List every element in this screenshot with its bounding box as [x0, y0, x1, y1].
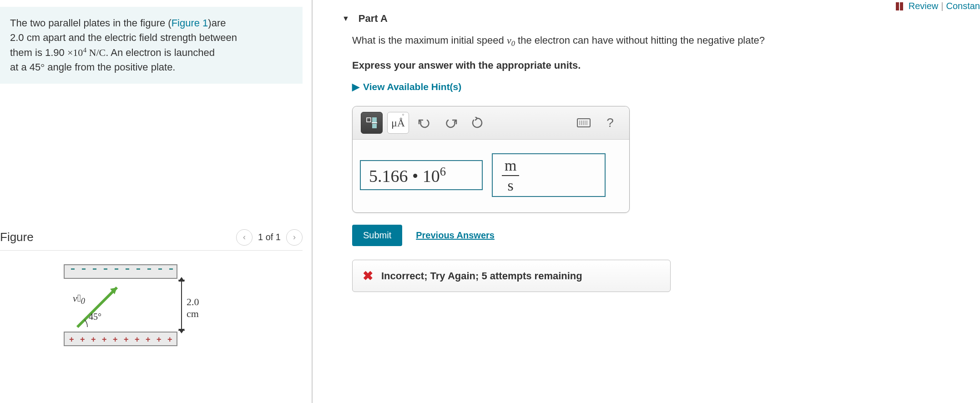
figure-next-button[interactable]: ›	[286, 229, 303, 246]
view-hints-toggle[interactable]: ▶ View Available Hint(s)	[352, 81, 980, 92]
keyboard-button[interactable]	[573, 112, 595, 134]
undo-icon	[418, 117, 431, 128]
field-strength: ×104 N/C	[67, 47, 106, 58]
reset-icon	[471, 117, 483, 129]
hints-label: View Available Hint(s)	[363, 81, 461, 92]
problem-text: )are	[208, 17, 226, 29]
figure-diagram: ++++++++++ v⃗0 45° 2.0 cm	[0, 251, 303, 346]
units-button[interactable]: μÅ°	[387, 112, 409, 134]
figure-title: Figure	[0, 230, 34, 244]
answer-value-input[interactable]: 5.166 • 106	[360, 160, 483, 191]
redo-icon	[445, 117, 457, 128]
dimension-label: 2.0 cm	[187, 296, 199, 320]
help-button[interactable]: ?	[599, 112, 621, 134]
feedback-text: Incorrect; Try Again; 5 attempts remaini…	[381, 270, 582, 282]
answer-instruction: Express your answer with the appropriate…	[352, 60, 980, 71]
chevron-down-icon: ▼	[342, 15, 349, 23]
problem-text: 2.0 cm apart and the electric field stre…	[10, 32, 237, 43]
fraction-template-icon	[365, 116, 378, 129]
svg-rect-5	[372, 117, 377, 122]
svg-rect-6	[372, 124, 377, 128]
figure-link[interactable]: Figure 1	[172, 17, 208, 29]
undo-button[interactable]	[414, 112, 435, 134]
review-link[interactable]: Review	[909, 1, 939, 11]
problem-text: them is 1.90	[10, 47, 67, 58]
answer-widget: μÅ° ? 5.166 • 106	[352, 106, 630, 213]
angle-deg: °	[40, 61, 45, 73]
reset-button[interactable]	[466, 112, 488, 134]
problem-text: . An electron is launched	[106, 47, 215, 58]
part-header[interactable]: ▼ Part A	[333, 0, 980, 33]
part-title: Part A	[359, 13, 388, 25]
constants-link[interactable]: Constan	[946, 1, 980, 11]
redo-button[interactable]	[440, 112, 462, 134]
chevron-right-icon: ▶	[352, 81, 359, 92]
submit-button[interactable]: Submit	[352, 225, 402, 246]
keyboard-icon	[577, 118, 591, 127]
svg-marker-2	[178, 277, 185, 282]
template-picker-button[interactable]	[361, 112, 383, 134]
question-text: What is the maximum initial speed v0 the…	[352, 33, 980, 50]
angle-label: 45°	[89, 312, 101, 322]
incorrect-icon: ✖	[363, 268, 373, 283]
velocity-label: v⃗0	[73, 292, 85, 306]
problem-statement: The two parallel plates in the figure (F…	[0, 7, 303, 84]
svg-marker-3	[178, 329, 185, 333]
problem-text: at a 45	[10, 61, 40, 73]
figure-pager-label: 1 of 1	[258, 232, 281, 242]
svg-rect-4	[367, 118, 371, 122]
problem-text: The two parallel plates in the figure (	[10, 17, 172, 29]
problem-text: angle from the positive plate.	[45, 61, 175, 73]
feedback-banner: ✖ Incorrect; Try Again; 5 attempts remai…	[352, 260, 671, 292]
answer-units-input[interactable]: ms	[492, 153, 606, 197]
previous-answers-link[interactable]: Previous Answers	[416, 230, 495, 241]
figure-prev-button[interactable]: ‹	[236, 229, 253, 246]
review-icon	[896, 2, 903, 10]
